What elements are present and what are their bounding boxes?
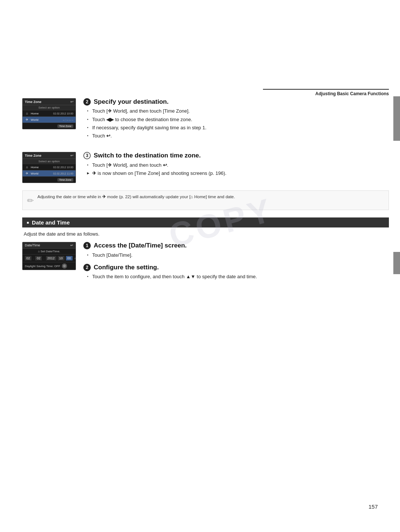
section-bar-title: Date and Time [32,219,70,226]
section-bar-icon: ■ [27,220,29,225]
world-icon-2: ✈ [25,118,29,122]
home-icon-3: ⌂ [25,165,29,169]
datetime-step2-title: Configure the setting. [94,264,159,271]
step3-bullet-1: Touch [✈ World], and then touch ↩. [87,162,389,169]
step2-instructions: 2 Specify your destination. Touch [✈ Wor… [83,98,389,141]
section-switch-timezone: Time Zone ↩ Select an option ⌂ Home 02.0… [22,152,389,183]
datetime-step2-bullets: Touch the item to configure, and then to… [87,273,389,280]
dt-minute: 00 [66,256,73,260]
dt-saving-icon: ⚙ [62,263,67,269]
dt-saving-text: Daylight Saving Time: OFF [25,265,60,268]
page: COPY Adjusting Basic Camera Functions Ti… [0,0,400,532]
cam-ui-3-back: ↩ [70,153,73,157]
note-pencil-icon: ✏ [27,194,34,207]
datetime-step1-bullets: Touch [Date/Time]. [87,252,389,259]
datetime-step2: 2 Configure the setting. Touch the item … [83,264,389,280]
cam-ui-3-header: Time Zone ↩ [23,152,76,159]
step3-title: Switch to the destination time zone. [94,152,201,159]
world-icon-3: ✈ [25,172,29,175]
datetime-step2-heading: 2 Configure the setting. [83,264,389,271]
datetime-step1: 1 Access the [Date/Time] screen. Touch [… [83,242,389,259]
cam-ui-2-back: ↩ [70,100,73,104]
cam-ui-2-header: Time Zone ↩ [23,99,76,105]
cam-ui-2-subtitle: Select an option [23,105,76,110]
cam-ui-3: Time Zone ↩ Select an option ⌂ Home 02.0… [22,152,76,183]
cam-ui-2-footer: Time Zone [23,123,76,129]
dt-set-row: ⌂ Set Date/Time. [23,249,76,255]
step2-title: Specify your destination. [94,98,169,106]
right-tab-top [393,96,400,141]
dt-year: 2012 [46,256,56,260]
home-icon-2: ⌂ [25,112,29,115]
page-header: Adjusting Basic Camera Functions [263,89,389,96]
dt-saving-row: Daylight Saving Time: OFF ⚙ [23,262,76,270]
dt-format: mm/dd/yy [75,257,76,260]
cam-ui-3-btn: Time Zone [57,178,73,182]
dt-header: Date/Time ↩ [23,242,76,249]
step3-heading-row: 3 Switch to the destination time zone. [83,152,389,159]
section-subtitle: Adjust the date and time as follows. [24,231,389,237]
datetime-step1-title: Access the [Date/Time] screen. [94,242,187,249]
section-specify-destination: Time Zone ↩ Select an option ⌂ Home 02.0… [22,98,389,141]
screenshot-box-3: Time Zone ↩ Select an option ⌂ Home 02.0… [22,152,76,183]
section-header-bar: ■ Date and Time [22,217,389,227]
dt-date-row: 02 . 02 . 2012 10 00 mm/dd/yy [23,255,76,262]
datetime-step2-bullet-1: Touch the item to configure, and then to… [87,273,389,280]
step2-bullets: Touch [✈ World], and then touch [Time Zo… [87,108,389,139]
step2-heading-row: 2 Specify your destination. [83,98,389,106]
cam-ui-2-title: Time Zone [25,100,41,104]
step2-bullet-4: Touch ↩. [87,133,389,139]
datetime-step2-number: 2 [83,264,91,271]
header-title: Adjusting Basic Camera Functions [315,91,389,96]
datetime-screenshot-box: Date/Time ↩ ⌂ Set Date/Time. 02 . 02 . 2… [22,242,76,282]
step3-bullet-2: ✈ is now shown on [Time Zone] and shooti… [87,170,389,177]
cam-ui-2: Time Zone ↩ Select an option ⌂ Home 02.0… [22,98,76,129]
cam-ui-3-row-world: ✈ World 02.02.2012 11:00 [23,170,76,177]
cam-ui-2-row-home: ⌂ Home 02.02.2012 10:00 [23,110,76,117]
dt-hour: 10 [58,256,64,260]
cam-ui-3-subtitle: Select an option [23,159,76,164]
step2-number: 2 [83,98,91,106]
datetime-step1-bullet-1: Touch [Date/Time]. [87,252,389,259]
cam-ui-3-title: Time Zone [25,154,41,157]
dt-back-icon: ↩ [70,243,73,247]
datetime-ui: Date/Time ↩ ⌂ Set Date/Time. 02 . 02 . 2… [22,242,76,270]
step2-bullet-2: Touch ◀▶ to choose the destination time … [87,116,389,123]
bottom-sections: Date/Time ↩ ⌂ Set Date/Time. 02 . 02 . 2… [22,242,389,282]
datetime-step1-number: 1 [83,242,91,249]
cam-ui-3-row-home: ⌂ Home 02.02.2012 10:00 [23,164,76,170]
step3-bullets: Touch [✈ World], and then touch ↩. ✈ is … [87,162,389,177]
cam-ui-2-btn: Time Zone [57,124,73,128]
step2-bullet-1: Touch [✈ World], and then touch [Time Zo… [87,108,389,114]
note-text: Adjusting the date or time while in ✈ mo… [37,194,235,207]
cam-ui-2-row-world: ✈ World -- : -- -- -- [23,117,76,123]
dt-title: Date/Time [25,243,40,247]
page-number: 157 [369,503,378,510]
cam-ui-3-footer: Time Zone [23,177,76,183]
screenshot-box-2: Time Zone ↩ Select an option ⌂ Home 02.0… [22,98,76,141]
datetime-step1-heading: 1 Access the [Date/Time] screen. [83,242,389,249]
right-tab-bottom [393,252,400,274]
dt-month: 02 [25,256,31,260]
dt-day: 02 [35,256,42,260]
content-area: Time Zone ↩ Select an option ⌂ Home 02.0… [22,98,389,289]
datetime-steps: 1 Access the [Date/Time] screen. Touch [… [83,242,389,282]
step3-instructions: 3 Switch to the destination time zone. T… [83,152,389,183]
step2-bullet-3: If necessary, specify daylight saving ti… [87,124,389,131]
date-time-section: ■ Date and Time Adjust the date and time… [22,217,389,282]
note-box: ✏ Adjusting the date or time while in ✈ … [22,190,389,210]
step3-number: 3 [83,152,91,159]
